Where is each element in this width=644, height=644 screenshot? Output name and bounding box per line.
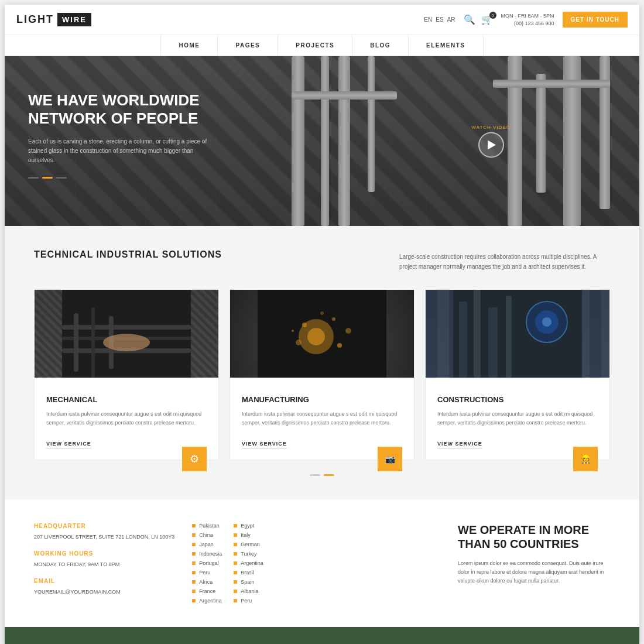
manufacturing-link[interactable]: VIEW SERVICE (242, 441, 287, 448)
pipe-decoration (321, 56, 329, 226)
country-name: Peru (199, 570, 210, 576)
bullet (234, 524, 237, 527)
nav-home[interactable]: HOME (160, 35, 218, 56)
pipe-decoration (292, 91, 397, 100)
hero-dot-3[interactable] (56, 177, 67, 179)
country-name: Egypt (241, 523, 254, 529)
country-name: Italy (241, 532, 251, 538)
video-label: WATCH VIDEO (471, 125, 511, 130)
nav-blog[interactable]: BLOG (352, 35, 409, 56)
country-albania: Albania (234, 588, 263, 594)
bullet (192, 580, 196, 584)
country-turkey: Turkey (234, 551, 263, 557)
country-name: Japan (199, 542, 214, 547)
header-icons: 🔍 🛒 0 (464, 14, 493, 25)
services-cards: ⚙ MECHANICAL Interdum iusta pulvinar con… (34, 289, 610, 460)
service-card-mechanical: ⚙ MECHANICAL Interdum iusta pulvinar con… (34, 289, 219, 460)
nav-projects[interactable]: PROJECTS (278, 35, 352, 56)
bullet (234, 552, 237, 556)
country-name: Indonesia (199, 551, 222, 557)
working-hours: MON - FRI 8AM - 5PM (501, 12, 554, 20)
bullet (192, 590, 196, 593)
service-img-mechanical (35, 290, 218, 378)
bottom-strip (5, 627, 639, 644)
lang-ar[interactable]: AR (447, 16, 455, 23)
email-label: EMAIL (34, 578, 174, 584)
cards-dot-1[interactable] (310, 474, 320, 476)
country-name: German (241, 542, 260, 547)
bullet (192, 561, 196, 565)
tagline-text: Lorem ipsum dolor ex ea commodo consequa… (458, 559, 610, 586)
footer-info-section: HEADQUARTER 207 LIVERPOOL STREET, SUITE … (5, 499, 639, 627)
headquarter-label: HEADQUARTER (34, 523, 174, 529)
manufacturing-text: Interdum iusta pulvinar consequuntur aug… (242, 410, 402, 428)
hero-description: Each of us is carving a stone, erecting … (28, 137, 215, 165)
constructions-icon: 👷 (581, 454, 591, 464)
country-china: China (192, 532, 222, 538)
lang-es[interactable]: ES (436, 16, 443, 23)
hero-dot-1[interactable] (28, 177, 39, 179)
email-value: YOUREMAIL@YOURDOMAIN.COM (34, 588, 174, 596)
country-france: France (192, 588, 222, 594)
country-italy: Italy (234, 532, 263, 538)
country-peru: Peru (192, 570, 222, 576)
services-title: TECHNICAL INDUSTRIAL SOLUTIONS (34, 249, 222, 260)
country-argentina2: Argentina (234, 560, 263, 566)
country-brasil: Brasil (234, 570, 263, 576)
header-contact-info: MON - FRI 8AM - 5PM (00) 123 456 900 (501, 12, 554, 27)
bullet (192, 524, 196, 527)
constructions-text: Interdum iusta pulvinar consequuntur aug… (437, 410, 598, 428)
country-name: Argentina (241, 560, 263, 566)
footer-contact: HEADQUARTER 207 LIVERPOOL STREET, SUITE … (34, 523, 174, 604)
country-name: Albania (241, 588, 258, 594)
hero-content: WE HAVE WORLDWIDENETWORK OF PEOPLE Each … (5, 56, 297, 179)
nav-elements[interactable]: ELEMENTS (409, 35, 483, 56)
nav-pages[interactable]: PAGES (218, 35, 278, 56)
country-name: Peru (241, 598, 252, 604)
constructions-name: CONSTRUCTIONS (437, 395, 598, 404)
country-name: France (199, 588, 215, 594)
bullet (234, 533, 237, 537)
tagline-title: WE OPERATE IN MORE THAN 50 COUNTRIES (458, 523, 610, 551)
pipe-decoration (368, 56, 375, 192)
video-button[interactable]: WATCH VIDEO (471, 125, 511, 158)
logo-area: LIGHT WIRE (16, 13, 91, 26)
headquarter-value: 207 LIVERPOOL STREET, SUITE 721 LONDON, … (34, 533, 174, 541)
mechanical-name: MECHANICAL (46, 395, 207, 404)
service-img-manufacturing (230, 290, 414, 378)
cart-icon[interactable]: 🛒 0 (481, 14, 493, 25)
logo-wire[interactable]: WIRE (57, 13, 91, 26)
bullet (192, 599, 196, 602)
svg-rect-28 (453, 290, 582, 378)
constructions-link[interactable]: VIEW SERVICE (437, 441, 482, 448)
country-portugal: Portugal (192, 560, 222, 566)
manufacturing-svg (230, 290, 414, 378)
phone-number: (00) 123 456 900 (501, 20, 554, 28)
language-switcher[interactable]: EN ES AR (424, 16, 455, 23)
bullet (234, 543, 237, 546)
country-name: Spain (241, 579, 254, 585)
country-name: Africa (199, 579, 213, 585)
manufacturing-icon-box: 📷 (378, 447, 402, 471)
service-img-constructions (426, 290, 609, 378)
country-egypt: Egypt (234, 523, 263, 529)
logo-light[interactable]: LIGHT (16, 13, 54, 26)
svg-rect-19 (258, 290, 386, 378)
play-button[interactable] (478, 132, 504, 158)
svg-point-8 (103, 334, 150, 351)
pipe-decoration (493, 80, 610, 88)
search-icon[interactable]: 🔍 (464, 14, 475, 25)
hero-dot-2[interactable] (42, 177, 53, 179)
main-nav: HOME PAGES PROJECTS BLOG ELEMENTS (5, 35, 639, 56)
cards-dot-2[interactable] (324, 474, 334, 476)
get-in-touch-button[interactable]: GET IN TOUCH (563, 12, 628, 28)
bullet (234, 599, 237, 602)
country-argentina: Argentina (192, 598, 222, 604)
lang-en[interactable]: EN (424, 16, 432, 23)
country-pakistan: Pakistan (192, 523, 222, 529)
country-peru2: Peru (234, 598, 263, 604)
mechanical-link[interactable]: VIEW SERVICE (46, 441, 91, 448)
country-africa: Africa (192, 579, 222, 585)
hero-title: WE HAVE WORLDWIDENETWORK OF PEOPLE (28, 91, 274, 128)
play-icon (488, 141, 496, 150)
